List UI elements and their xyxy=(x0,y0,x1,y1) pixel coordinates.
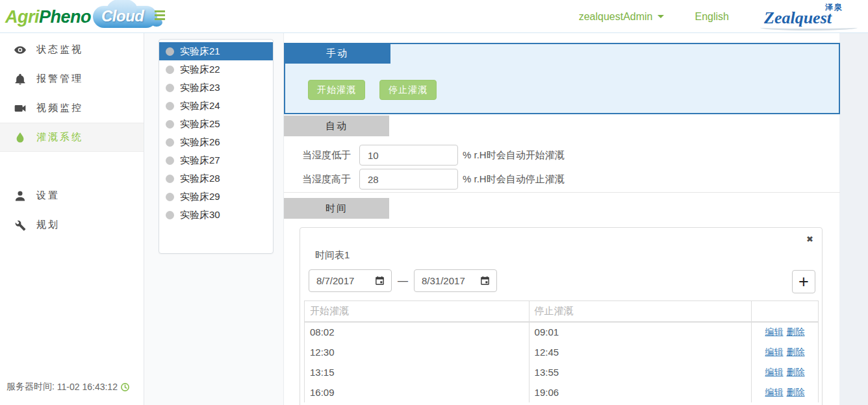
navbar-right: zealquestAdmin English 泽泉 Zealquest xyxy=(579,0,868,33)
wrench-icon xyxy=(14,219,27,232)
bed-item-label: 实验床23 xyxy=(180,82,220,94)
bed-list-card: 实验床21实验床22实验床23实验床24实验床25实验床26实验床27实验床28… xyxy=(159,39,274,254)
actions-cell: 编辑删除 xyxy=(752,342,819,362)
sidebar-item-alarm-management[interactable]: 报警管理 xyxy=(0,64,144,93)
logo-pheno-text: Pheno xyxy=(39,7,91,27)
server-time-value: 11-02 16:43:12 xyxy=(57,382,118,392)
circle-bullet-icon xyxy=(166,84,174,92)
user-menu[interactable]: zealquestAdmin xyxy=(579,11,664,23)
high-humidity-input[interactable] xyxy=(359,169,458,190)
zealquest-swoosh xyxy=(760,25,858,31)
column-header-stop: 停止灌溉 xyxy=(529,301,752,322)
sidebar-item-label: 灌溉系统 xyxy=(36,131,83,143)
bed-list-item[interactable]: 实验床30 xyxy=(159,206,273,224)
start-irrigation-button[interactable]: 开始灌溉 xyxy=(308,80,365,100)
bell-icon xyxy=(14,73,27,86)
close-icon[interactable]: ✖ xyxy=(806,234,813,244)
schedule-row: 13:1513:55编辑删除 xyxy=(305,362,819,382)
top-navbar: AgriPheno Cloud zealquestAdmin English 泽… xyxy=(0,0,868,33)
logo-agri-text: Agri xyxy=(5,7,39,27)
column-header-start: 开始灌溉 xyxy=(305,301,530,322)
start-time-cell: 12:30 xyxy=(305,342,530,362)
calendar-icon xyxy=(374,275,385,286)
circle-bullet-icon xyxy=(166,138,174,147)
edit-link[interactable]: 编辑 xyxy=(765,367,784,377)
date-to-input[interactable]: 8/31/2017 xyxy=(414,269,497,292)
low-humidity-suffix: % r.H时会自动开始灌溉 xyxy=(463,149,565,162)
bed-list-item[interactable]: 实验床29 xyxy=(159,188,273,206)
bed-list-item[interactable]: 实验床27 xyxy=(159,151,273,169)
bed-item-label: 实验床26 xyxy=(180,136,220,149)
date-from-value: 8/7/2017 xyxy=(316,275,374,286)
bed-list-item[interactable]: 实验床22 xyxy=(159,60,273,79)
video-camera-icon xyxy=(14,102,27,115)
schedule-table-header-row: 开始灌溉 停止灌溉 xyxy=(305,301,819,322)
stop-irrigation-button[interactable]: 停止灌溉 xyxy=(379,80,437,100)
start-time-cell: 08:02 xyxy=(305,322,530,342)
bed-item-label: 实验床21 xyxy=(180,45,220,58)
bed-list-item[interactable]: 实验床23 xyxy=(159,79,273,97)
water-drop-icon xyxy=(14,131,27,144)
schedule-table: 开始灌溉 停止灌溉 08:0209:01编辑删除12:3012:45编辑删除13… xyxy=(304,301,819,402)
bed-item-label: 实验床27 xyxy=(180,154,220,167)
schedule-title: 时间表1 xyxy=(315,249,350,262)
calendar-icon xyxy=(479,275,491,286)
sidebar-item-label: 视频监控 xyxy=(36,102,83,114)
app-root: AgriPheno Cloud zealquestAdmin English 泽… xyxy=(0,0,868,405)
bed-item-label: 实验床24 xyxy=(180,100,220,112)
sidebar-item-label: 规划 xyxy=(36,219,60,231)
clock-icon xyxy=(120,382,130,392)
user-icon xyxy=(14,190,27,202)
menu-toggle-icon[interactable] xyxy=(155,10,166,21)
circle-bullet-icon xyxy=(166,175,174,183)
logo-cloud-text: Cloud xyxy=(101,7,144,25)
stop-time-cell: 13:55 xyxy=(529,362,752,382)
sidebar-item-video-monitor[interactable]: 视频监控 xyxy=(0,93,144,123)
eye-icon xyxy=(14,43,27,56)
actions-cell: 编辑删除 xyxy=(752,322,819,342)
bed-item-label: 实验床30 xyxy=(180,209,220,221)
circle-bullet-icon xyxy=(166,120,174,129)
auto-high-row: 当湿度高于 % r.H时会自动停止灌溉 xyxy=(284,169,840,190)
tab-manual[interactable]: 手动 xyxy=(284,43,390,64)
edit-link[interactable]: 编辑 xyxy=(765,347,784,357)
sidebar-item-planning[interactable]: 规划 xyxy=(0,210,144,239)
circle-bullet-icon xyxy=(166,102,174,110)
caret-down-icon xyxy=(657,15,664,18)
language-link[interactable]: English xyxy=(695,11,729,23)
edit-link[interactable]: 编辑 xyxy=(765,387,784,397)
agripheno-logo: AgriPheno Cloud xyxy=(5,3,157,31)
bed-list-item[interactable]: 实验床26 xyxy=(159,133,273,151)
sidebar-item-label: 设置 xyxy=(36,190,60,202)
sidebar-item-settings[interactable]: 设置 xyxy=(0,181,144,210)
circle-bullet-icon xyxy=(166,211,174,219)
date-to-value: 8/31/2017 xyxy=(422,275,479,286)
bed-list-item[interactable]: 实验床21 xyxy=(159,42,273,60)
delete-link[interactable]: 删除 xyxy=(787,367,805,377)
schedule-row: 16:0919:06编辑删除 xyxy=(305,382,819,402)
stop-time-cell: 09:01 xyxy=(529,322,752,342)
start-time-cell: 16:09 xyxy=(305,382,530,402)
server-time-label: 服务器时间: xyxy=(6,381,55,393)
section-divider xyxy=(284,192,840,193)
delete-link[interactable]: 删除 xyxy=(787,347,805,357)
sidebar-item-irrigation-system[interactable]: 灌溉系统 xyxy=(0,123,144,152)
low-humidity-input[interactable] xyxy=(359,145,458,166)
date-range-dash: — xyxy=(398,275,408,287)
bed-list-item[interactable]: 实验床25 xyxy=(159,115,273,133)
date-from-input[interactable]: 8/7/2017 xyxy=(309,269,392,292)
date-range-row: 8/7/2017 — 8/31/2017 xyxy=(309,269,497,292)
zealquest-logo: 泽泉 Zealquest xyxy=(763,2,859,32)
delete-link[interactable]: 删除 xyxy=(787,387,805,397)
bed-list-item[interactable]: 实验床28 xyxy=(159,169,273,188)
sidebar-item-status-monitor[interactable]: 状态监视 xyxy=(0,35,144,64)
bed-item-label: 实验床22 xyxy=(180,64,220,76)
bed-list-panel: 实验床21实验床22实验床23实验床24实验床25实验床26实验床27实验床28… xyxy=(144,33,283,405)
high-humidity-label: 当湿度高于 xyxy=(302,173,351,186)
add-schedule-button[interactable]: + xyxy=(792,270,815,293)
bed-list-item[interactable]: 实验床24 xyxy=(159,97,273,115)
edit-link[interactable]: 编辑 xyxy=(765,326,784,337)
delete-link[interactable]: 删除 xyxy=(787,326,805,337)
start-time-cell: 13:15 xyxy=(305,362,530,382)
high-humidity-suffix: % r.H时会自动停止灌溉 xyxy=(463,173,565,186)
